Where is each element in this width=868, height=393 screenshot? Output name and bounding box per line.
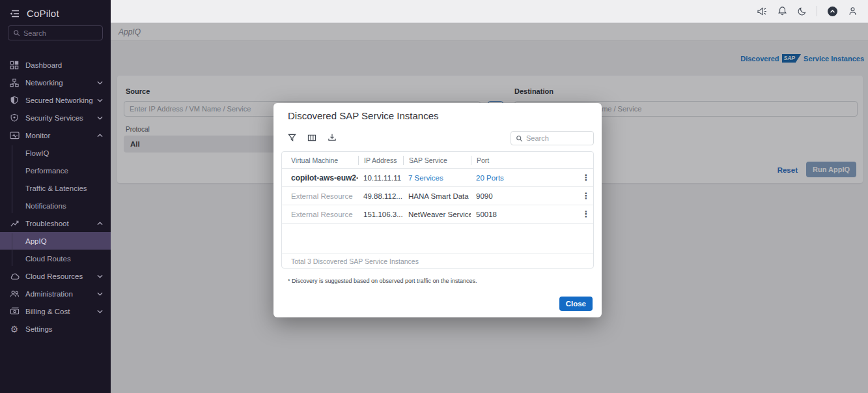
sidebar-collapse-icon[interactable] (9, 8, 20, 19)
ip-address: 151.106.3... (358, 211, 403, 218)
sidebar-item-troubleshoot[interactable]: Troubleshoot (0, 214, 111, 232)
header-divider (817, 6, 817, 16)
services-link[interactable]: 7 Services (403, 174, 471, 182)
shield-dot-icon (9, 113, 20, 123)
chevron-down-icon (97, 310, 103, 313)
search-icon (516, 135, 523, 142)
sidebar-item-flowiq[interactable]: FlowIQ (0, 144, 111, 162)
table-footer: Total 3 Discovered SAP Service Instances (282, 254, 593, 268)
sidebar-item-networking[interactable]: Networking (0, 74, 111, 91)
table-row: External Resource 49.88.112... HANA Smar… (282, 187, 593, 205)
sap-service: NetWeaver Services (403, 211, 471, 218)
table-row: External Resource 151.106.3... NetWeaver… (282, 205, 593, 224)
announcements-icon[interactable] (757, 7, 768, 16)
modal-title: Discovered SAP Service Instances (288, 110, 439, 121)
chevron-down-icon (97, 81, 103, 85)
sap-service: HANA Smart Data Streaming (403, 192, 471, 200)
chevron-down-icon (97, 274, 103, 278)
sidebar-item-administration[interactable]: Administration (0, 285, 111, 302)
ports-link[interactable]: 20 Ports (471, 174, 579, 182)
table-row: copilot-aws-euw2-s2-h 10.11.11.11 7 Serv… (282, 169, 593, 187)
sap-instances-table: Virtual Machine IP Address SAP Service P… (281, 151, 594, 269)
vm-name: copilot-aws-euw2-s2-h (291, 173, 358, 182)
billing-icon (9, 306, 20, 317)
user-profile-icon[interactable] (848, 6, 858, 16)
sidebar-item-dashboard[interactable]: Dashboard (0, 56, 111, 74)
sidebar-item-secured-networking[interactable]: Secured Networking (0, 91, 111, 109)
column-header-ip-address: IP Address (358, 156, 403, 165)
row-menu-icon[interactable]: ⋮ (579, 173, 593, 182)
table-empty-space (282, 224, 593, 254)
sidebar-item-traffic-latencies[interactable]: Traffic & Latencies (0, 179, 111, 197)
ip-address: 10.11.11.11 (358, 174, 403, 182)
sidebar-search-input[interactable] (23, 29, 98, 37)
gear-icon: ⚙ (9, 324, 20, 334)
row-menu-icon[interactable]: ⋮ (579, 192, 593, 200)
monitor-subgroup: FlowIQ Performance Traffic & Latencies N… (0, 144, 111, 214)
networking-icon (9, 78, 20, 88)
shield-half-icon (9, 95, 20, 106)
ip-address: 49.88.112... (358, 192, 403, 200)
sidebar: CoPilot Dashboard Networking Secured Net… (0, 0, 111, 393)
sidebar-nav: Dashboard Networking Secured Networking … (0, 56, 111, 338)
scroll-to-top-icon[interactable] (827, 6, 838, 17)
monitor-icon (9, 130, 20, 141)
sidebar-item-billing-cost[interactable]: Billing & Cost (0, 302, 111, 320)
sidebar-item-appiq[interactable]: AppIQ (0, 232, 111, 250)
sidebar-header: CoPilot (0, 0, 111, 22)
dark-mode-moon-icon[interactable] (797, 7, 807, 16)
sidebar-search (8, 25, 103, 40)
search-icon (13, 29, 20, 36)
sidebar-item-security-services[interactable]: Security Services (0, 109, 111, 126)
sidebar-item-monitor[interactable]: Monitor (0, 126, 111, 144)
sidebar-item-settings[interactable]: ⚙ Settings (0, 320, 111, 338)
sidebar-item-cloud-resources[interactable]: Cloud Resources (0, 267, 111, 285)
download-icon[interactable] (328, 133, 337, 142)
cloud-icon (9, 271, 20, 282)
column-header-sap-service: SAP Service (403, 156, 471, 165)
modal-search-input[interactable] (526, 134, 589, 142)
filter-icon[interactable] (288, 134, 296, 142)
vm-name: External Resource (291, 192, 358, 200)
sidebar-item-performance[interactable]: Performance (0, 162, 111, 179)
troubleshoot-subgroup: AppIQ Cloud Routes (0, 232, 111, 267)
chevron-down-icon (97, 292, 103, 296)
chevron-up-icon (97, 222, 103, 226)
people-icon (9, 289, 20, 299)
modal-search (511, 131, 594, 145)
vm-name: External Resource (291, 211, 358, 218)
column-header-virtual-machine: Virtual Machine (291, 156, 358, 164)
sidebar-item-notifications[interactable]: Notifications (0, 197, 111, 214)
table-header-row: Virtual Machine IP Address SAP Service P… (282, 152, 593, 169)
chevron-down-icon (97, 116, 103, 120)
columns-icon[interactable] (307, 134, 316, 142)
row-menu-icon[interactable]: ⋮ (579, 210, 593, 218)
close-button[interactable]: Close (559, 297, 593, 311)
dashboard-icon (9, 60, 20, 70)
sidebar-item-cloud-routes[interactable]: Cloud Routes (0, 250, 111, 267)
app-title: CoPilot (27, 8, 59, 19)
modal-toolbar (288, 133, 337, 142)
chevron-up-icon (97, 134, 103, 138)
top-header (111, 0, 868, 23)
chevron-down-icon (97, 98, 103, 102)
discovery-note: * Discovery is suggested based on observ… (288, 278, 477, 284)
port: 9090 (471, 192, 579, 200)
port: 50018 (471, 211, 579, 218)
troubleshoot-icon (9, 218, 20, 229)
discovered-sap-modal: Discovered SAP Service Instances Virtual… (273, 103, 602, 317)
column-header-port: Port (471, 156, 579, 165)
notifications-bell-icon[interactable] (777, 6, 787, 16)
